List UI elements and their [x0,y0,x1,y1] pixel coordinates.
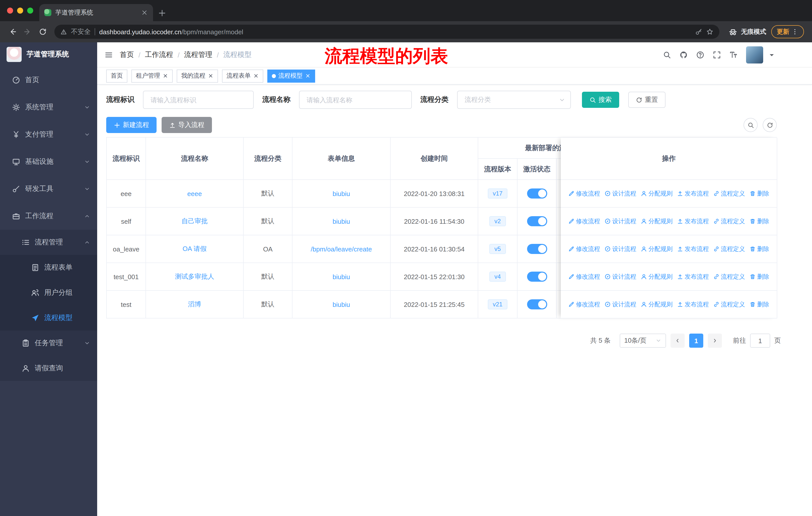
sidebar-item-process-form[interactable]: 流程表单 [0,255,97,280]
tag-process-model[interactable]: 流程模型 [267,69,315,82]
action-delete[interactable]: 删除 [750,189,769,198]
search-icon[interactable] [663,51,671,59]
reset-button[interactable]: 重置 [628,92,666,108]
action-design[interactable]: 设计流程 [605,272,636,281]
minimize-window-button[interactable] [17,7,23,13]
sidebar-item-user-group[interactable]: 用户分组 [0,280,97,305]
fullscreen-icon[interactable] [713,51,721,59]
sidebar-item-process-model[interactable]: 流程模型 [0,305,97,331]
action-delete[interactable]: 删除 [750,245,769,253]
form-info-link[interactable]: biubiu [292,263,390,291]
action-assign[interactable]: 分配规则 [641,300,672,309]
search-button[interactable]: 搜索 [582,92,619,108]
browser-menu-icon[interactable] [791,28,799,35]
form-info-link[interactable]: biubiu [292,208,390,235]
action-edit[interactable]: 修改流程 [568,189,600,198]
font-size-icon[interactable] [729,51,737,59]
goto-page-input[interactable] [750,333,770,348]
prev-page-button[interactable] [671,333,685,348]
sidebar-item-leave-query[interactable]: 请假查询 [0,356,97,381]
github-icon[interactable] [679,51,688,59]
active-toggle[interactable] [527,216,547,226]
action-publish[interactable]: 发布流程 [677,217,709,225]
page-size-select[interactable]: 10条/页 [620,333,666,348]
help-icon[interactable] [696,51,704,59]
sidebar-item-home[interactable]: 首页 [0,66,97,94]
action-delete[interactable]: 删除 [750,217,769,225]
action-assign[interactable]: 分配规则 [641,217,672,225]
close-window-button[interactable] [7,7,13,13]
process-name-input[interactable] [299,91,412,109]
active-toggle[interactable] [527,272,547,282]
process-id-input[interactable] [143,91,254,109]
close-icon[interactable] [208,73,213,79]
forward-button[interactable] [20,24,35,39]
breadcrumb-workflow[interactable]: 工作流程 [145,50,173,59]
bookmark-star-icon[interactable] [706,28,713,35]
process-name-link[interactable]: eeee [146,180,244,208]
user-avatar[interactable] [746,46,763,63]
action-edit[interactable]: 修改流程 [568,217,600,225]
action-assign[interactable]: 分配规则 [641,189,672,198]
process-name-link[interactable]: 滔博 [146,291,244,319]
next-page-button[interactable] [708,333,722,348]
action-edit[interactable]: 修改流程 [568,245,600,253]
form-info-link[interactable]: biubiu [292,180,390,208]
reload-button[interactable] [35,24,50,39]
sidebar-item-infrastructure[interactable]: 基础设施 [0,148,97,175]
tag-tenant[interactable]: 租户管理 [132,69,173,82]
active-toggle[interactable] [527,244,547,254]
close-icon[interactable] [305,73,311,79]
breadcrumb-home[interactable]: 首页 [120,50,134,59]
process-name-link[interactable]: 测试多审批人 [146,263,244,291]
tag-home[interactable]: 首页 [106,69,127,82]
action-assign[interactable]: 分配规则 [641,245,672,253]
collapse-menu-icon[interactable] [105,51,113,59]
refresh-table-button[interactable] [763,118,777,132]
sidebar-item-payment[interactable]: 支付管理 [0,121,97,148]
action-definition[interactable]: 流程定义 [713,300,745,309]
breadcrumb-process-management[interactable]: 流程管理 [184,50,212,59]
action-design[interactable]: 设计流程 [605,217,636,225]
action-design[interactable]: 设计流程 [605,300,636,309]
action-publish[interactable]: 发布流程 [677,272,709,281]
tab-close-icon[interactable] [141,9,148,16]
action-edit[interactable]: 修改流程 [568,272,600,281]
avatar-caret-icon[interactable] [768,51,776,59]
create-process-button[interactable]: 新建流程 [106,117,156,133]
action-publish[interactable]: 发布流程 [677,245,709,253]
page-1-button[interactable]: 1 [689,333,703,348]
back-button[interactable] [5,24,20,39]
password-key-icon[interactable] [695,28,702,35]
new-tab-button[interactable] [158,9,166,17]
action-delete[interactable]: 删除 [750,300,769,309]
action-definition[interactable]: 流程定义 [713,217,745,225]
form-info-link[interactable]: /bpm/oa/leave/create [292,235,390,263]
action-definition[interactable]: 流程定义 [713,272,745,281]
active-toggle[interactable] [527,188,547,198]
tag-process-form[interactable]: 流程表单 [222,69,263,82]
category-select[interactable]: 流程分类 [457,91,571,109]
action-edit[interactable]: 修改流程 [568,300,600,309]
action-design[interactable]: 设计流程 [605,245,636,253]
process-name-link[interactable]: 自己审批 [146,208,244,235]
action-definition[interactable]: 流程定义 [713,189,745,198]
close-icon[interactable] [163,73,168,79]
close-icon[interactable] [253,73,259,79]
action-delete[interactable]: 删除 [750,272,769,281]
import-process-button[interactable]: 导入流程 [162,117,212,133]
action-publish[interactable]: 发布流程 [677,189,709,198]
maximize-window-button[interactable] [27,7,33,13]
action-publish[interactable]: 发布流程 [677,300,709,309]
browser-tab[interactable]: 芋道管理系统 [39,4,153,21]
active-toggle[interactable] [527,299,547,309]
sidebar-item-devtools[interactable]: 研发工具 [0,175,97,202]
toggle-search-button[interactable] [744,118,758,132]
tag-my-process[interactable]: 我的流程 [177,69,218,82]
sidebar-item-process-management[interactable]: 流程管理 [0,230,97,255]
browser-update-button[interactable]: 更新 [771,25,804,38]
sidebar-item-task-management[interactable]: 任务管理 [0,331,97,356]
action-design[interactable]: 设计流程 [605,189,636,198]
action-definition[interactable]: 流程定义 [713,245,745,253]
sidebar-item-workflow[interactable]: 工作流程 [0,202,97,230]
